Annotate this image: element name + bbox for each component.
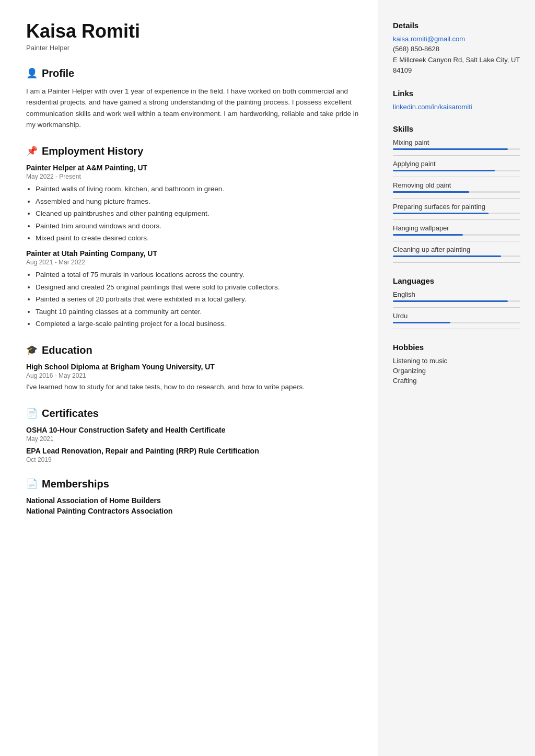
list-item: Mixed paint to create desired colors. (36, 232, 359, 244)
language-bar-bg (393, 322, 520, 323)
education-heading: 🎓 Education (26, 344, 359, 356)
education-icon: 🎓 (26, 344, 38, 356)
profile-section: 👤 Profile I am a Painter Helper with ove… (26, 67, 359, 131)
skill-bar-fill (393, 191, 469, 193)
skill-bar-fill (393, 170, 495, 171)
edu-text: I've learned how to study for and take t… (26, 381, 359, 393)
employment-icon: 📌 (26, 145, 38, 157)
job-item: Painter Helper at A&M Painting, UT May 2… (26, 164, 359, 244)
divider (393, 198, 520, 199)
skill-label: Preparing surfaces for painting (393, 203, 520, 211)
education-section: 🎓 Education High School Diploma at Brigh… (26, 344, 359, 393)
skill-bar-bg (393, 213, 520, 214)
skill-bar-bg (393, 255, 520, 257)
certificates-heading: 📄 Certificates (26, 408, 359, 420)
hobby-item: Crafting (393, 377, 520, 385)
details-heading: Details (393, 21, 520, 30)
list-item: Designed and created 25 original paintin… (36, 282, 359, 293)
list-item: Assembled and hung picture frames. (36, 196, 359, 207)
divider (393, 329, 520, 329)
certificates-icon: 📄 (26, 408, 38, 419)
skill-label: Applying paint (393, 160, 520, 168)
phone-number: (568) 850-8628 (393, 45, 520, 53)
cert-date: Oct 2019 (26, 456, 359, 463)
skills-heading: Skills (393, 124, 520, 133)
skill-item: Removing old paint (393, 181, 520, 193)
list-item: Painted walls of living room, kitchen, a… (36, 183, 359, 195)
skill-bar-fill (393, 148, 508, 150)
divider (393, 155, 520, 156)
list-item: Cleaned up paintbrushes and other painti… (36, 208, 359, 219)
list-item: Painted trim around windows and doors. (36, 220, 359, 232)
candidate-title: Painter Helper (26, 44, 359, 52)
membership-item: National Association of Home Builders (26, 496, 359, 505)
cert-item: EPA Lead Renovation, Repair and Painting… (26, 447, 359, 463)
language-label: English (393, 290, 520, 298)
divider (393, 219, 520, 220)
skill-bar-fill (393, 213, 489, 214)
skill-bar-bg (393, 234, 520, 236)
skill-label: Cleaning up after painting (393, 246, 520, 253)
memberships-heading: 📄 Memberships (26, 478, 359, 490)
skill-bar-fill (393, 255, 501, 257)
skill-item: Mixing paint (393, 138, 520, 150)
hobbies-heading: Hobbies (393, 343, 520, 352)
job-item: Painter at Utah Painting Company, UT Aug… (26, 249, 359, 330)
job-bullets: Painted a total of 75 murals in various … (26, 269, 359, 330)
membership-item: National Painting Contractors Associatio… (26, 507, 359, 515)
links-heading: Links (393, 89, 520, 98)
job-title: Painter at Utah Painting Company, UT (26, 249, 359, 258)
linkedin-link[interactable]: linkedin.com/in/kaisaromiti (393, 103, 520, 111)
divider (393, 177, 520, 177)
language-item: Urdu (393, 312, 520, 323)
skills-section: Skills Mixing paint Applying paint Remov… (393, 124, 520, 263)
candidate-name: Kaisa Romiti (26, 21, 359, 42)
divider (393, 241, 520, 241)
left-column: Kaisa Romiti Painter Helper 👤 Profile I … (0, 0, 378, 756)
divider (393, 262, 520, 263)
skill-label: Mixing paint (393, 138, 520, 146)
job-bullets: Painted walls of living room, kitchen, a… (26, 183, 359, 244)
divider (393, 307, 520, 308)
skill-item: Cleaning up after painting (393, 246, 520, 257)
languages-heading: Languages (393, 276, 520, 285)
profile-icon: 👤 (26, 67, 38, 79)
edu-item: High School Diploma at Brigham Young Uni… (26, 363, 359, 393)
hobbies-section: Hobbies Listening to music Organizing Cr… (393, 343, 520, 385)
skill-bar-bg (393, 170, 520, 171)
skill-label: Hanging wallpaper (393, 224, 520, 232)
cert-item: OSHA 10-Hour Construction Safety and Hea… (26, 426, 359, 443)
links-section: Links linkedin.com/in/kaisaromiti (393, 89, 520, 111)
skill-label: Removing old paint (393, 181, 520, 189)
cert-title: EPA Lead Renovation, Repair and Painting… (26, 447, 359, 455)
skill-bar-bg (393, 148, 520, 150)
email-link[interactable]: kaisa.romiti@gmail.com (393, 35, 520, 43)
language-bar-fill (393, 322, 450, 323)
right-column: Details kaisa.romiti@gmail.com (568) 850… (378, 0, 535, 756)
language-label: Urdu (393, 312, 520, 320)
job-list: Painter Helper at A&M Painting, UT May 2… (26, 164, 359, 330)
skill-item: Preparing surfaces for painting (393, 203, 520, 214)
profile-text: I am a Painter Helper with over 1 year o… (26, 86, 359, 131)
list-item: Painted a total of 75 murals in various … (36, 269, 359, 281)
skill-bar-bg (393, 191, 520, 193)
memberships-section: 📄 Memberships National Association of Ho… (26, 478, 359, 515)
employment-heading: 📌 Employment History (26, 145, 359, 157)
edu-date: Aug 2016 - May 2021 (26, 372, 359, 379)
cert-title: OSHA 10-Hour Construction Safety and Hea… (26, 426, 359, 434)
skill-bar-fill (393, 234, 463, 236)
cert-date: May 2021 (26, 435, 359, 443)
language-item: English (393, 290, 520, 302)
list-item: Painted a series of 20 portraits that we… (36, 294, 359, 305)
address: E Millcreek Canyon Rd, Salt Lake City, U… (393, 55, 520, 75)
skill-item: Applying paint (393, 160, 520, 171)
details-section: Details kaisa.romiti@gmail.com (568) 850… (393, 21, 520, 75)
list-item: Completed a large-scale painting project… (36, 318, 359, 330)
job-title: Painter Helper at A&M Painting, UT (26, 164, 359, 172)
header: Kaisa Romiti Painter Helper (26, 21, 359, 52)
employment-section: 📌 Employment History Painter Helper at A… (26, 145, 359, 330)
job-date: May 2022 - Present (26, 173, 359, 180)
list-item: Taught 10 painting classes at a communit… (36, 306, 359, 318)
profile-heading: 👤 Profile (26, 67, 359, 79)
job-date: Aug 2021 - Mar 2022 (26, 259, 359, 266)
